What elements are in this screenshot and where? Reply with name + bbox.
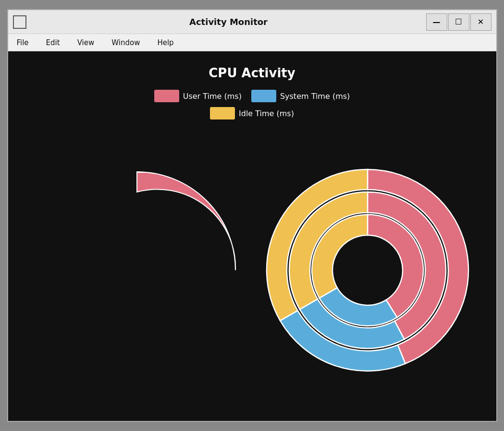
system-label: System Time (ms): [280, 92, 350, 101]
menu-view[interactable]: View: [74, 36, 98, 49]
content-area: CPU Activity User Time (ms) System Time …: [8, 51, 496, 421]
ring-1: [137, 172, 235, 270]
legend: User Time (ms) System Time (ms) Idle Tim…: [154, 90, 350, 120]
user-label: User Time (ms): [183, 92, 242, 101]
legend-user: User Time (ms): [154, 90, 242, 102]
idle-swatch: [210, 107, 235, 120]
close-button[interactable]: ✕: [470, 13, 492, 31]
menu-bar: File Edit View Window Help: [8, 34, 496, 51]
legend-row-1: User Time (ms) System Time (ms): [154, 90, 350, 102]
idle-label: Idle Time (ms): [239, 109, 294, 118]
ring1-user: [137, 172, 235, 270]
donut-chart: [22, 155, 252, 385]
main-window: Activity Monitor — ☐ ✕ File Edit View Wi…: [7, 9, 497, 422]
menu-file[interactable]: File: [13, 36, 33, 49]
menu-window[interactable]: Window: [108, 36, 144, 49]
chart-title: CPU Activity: [209, 66, 295, 80]
chart-container: [22, 129, 483, 411]
window-controls: — ☐ ✕: [426, 13, 492, 31]
system-swatch: [251, 90, 276, 102]
user-swatch: [154, 90, 179, 102]
cpu-donut-chart: [252, 155, 483, 385]
window-icon: [13, 15, 26, 29]
menu-help[interactable]: Help: [153, 36, 177, 49]
legend-idle: Idle Time (ms): [210, 107, 294, 120]
minimize-button[interactable]: —: [426, 13, 447, 31]
window-title: Activity Monitor: [31, 17, 426, 27]
legend-row-2: Idle Time (ms): [210, 107, 294, 120]
menu-edit[interactable]: Edit: [42, 36, 64, 49]
title-bar: Activity Monitor — ☐ ✕: [8, 10, 496, 34]
maximize-button[interactable]: ☐: [448, 13, 469, 31]
legend-system: System Time (ms): [251, 90, 350, 102]
